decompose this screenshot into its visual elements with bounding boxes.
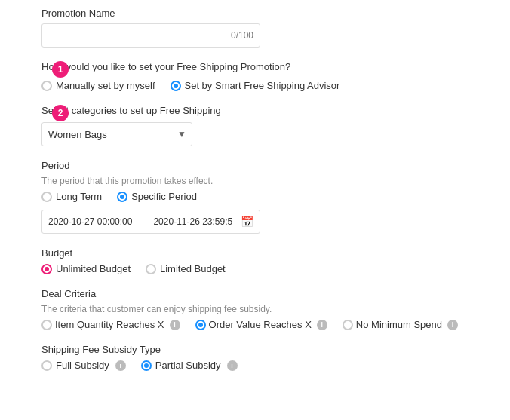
radio-partial-subsidy[interactable]: Partial Subsidy i <box>141 360 238 371</box>
radio-specific-input[interactable] <box>117 192 128 202</box>
date-start: 2020-10-27 00:00:00 <box>48 216 132 227</box>
radio-smart-input[interactable] <box>171 81 181 91</box>
radio-smart-label: Set by Smart Free Shipping Advisor <box>185 80 340 91</box>
radio-specific[interactable]: Specific Period <box>117 191 197 202</box>
step1-badge: 1 <box>52 61 69 78</box>
step2-badge: 2 <box>52 105 69 121</box>
how-label: How would you like to set your Free Ship… <box>41 61 495 72</box>
budget-label: Budget <box>41 247 495 259</box>
radio-item-qty[interactable]: Item Quantity Reaches X i <box>41 319 180 330</box>
radio-full-subsidy-input[interactable] <box>41 360 52 371</box>
radio-unlimited-input[interactable] <box>41 264 52 274</box>
radio-unlimited-label: Unlimited Budget <box>56 263 131 274</box>
date-end: 2020-11-26 23:59:5 <box>153 216 232 227</box>
radio-manual-label: Manually set by myself <box>56 80 155 91</box>
radio-limited[interactable]: Limited Budget <box>146 263 226 274</box>
radio-manual-input[interactable] <box>41 81 52 91</box>
radio-long-term[interactable]: Long Term <box>41 191 102 202</box>
radio-manual[interactable]: Manually set by myself <box>41 80 155 91</box>
radio-partial-subsidy-input[interactable] <box>141 360 152 371</box>
shipping-subsidy-group: Full Subsidy i Partial Subsidy i <box>41 360 495 371</box>
info-icon-partial-subsidy[interactable]: i <box>227 360 238 371</box>
radio-long-term-label: Long Term <box>56 191 102 202</box>
radio-unlimited[interactable]: Unlimited Budget <box>41 263 131 274</box>
radio-no-min[interactable]: No Minimum Spend i <box>343 319 458 330</box>
shipping-method-group: Manually set by myself Set by Smart Free… <box>41 80 495 91</box>
info-icon-item-qty[interactable]: i <box>170 320 180 330</box>
date-separator: — <box>138 216 147 227</box>
info-icon-no-min[interactable]: i <box>447 320 458 330</box>
date-text: 2020-10-27 00:00:00 — 2020-11-26 23:59:5 <box>48 216 235 227</box>
period-sub-label: The period that this promotion takes eff… <box>41 176 495 186</box>
categories-select[interactable]: Women Bags <box>41 122 192 146</box>
radio-item-qty-input[interactable] <box>41 320 52 330</box>
calendar-icon: 📅 <box>241 216 253 228</box>
radio-order-value[interactable]: Order Value Reaches X i <box>195 319 327 330</box>
radio-item-qty-label: Item Quantity Reaches X <box>55 319 164 330</box>
period-label: Period <box>41 160 495 171</box>
radio-no-min-label: No Minimum Spend <box>356 319 442 330</box>
categories-label: Select categories to set up Free Shippin… <box>41 105 495 116</box>
radio-order-value-input[interactable] <box>195 320 206 330</box>
budget-group: Unlimited Budget Limited Budget <box>41 263 495 274</box>
deal-criteria-label: Deal Criteria <box>41 288 495 299</box>
info-icon-order-value[interactable]: i <box>317 320 327 330</box>
radio-full-subsidy[interactable]: Full Subsidy i <box>41 360 126 371</box>
radio-smart[interactable]: Set by Smart Free Shipping Advisor <box>171 80 340 91</box>
radio-no-min-input[interactable] <box>343 320 353 330</box>
deal-criteria-group: Item Quantity Reaches X i Order Value Re… <box>41 319 495 330</box>
radio-full-subsidy-label: Full Subsidy <box>56 360 109 371</box>
deal-criteria-sub: The criteria that customer can enjoy shi… <box>41 304 495 314</box>
radio-long-term-input[interactable] <box>41 192 52 202</box>
promotion-name-label: Promotion Name <box>41 8 495 19</box>
radio-limited-label: Limited Budget <box>160 263 226 274</box>
radio-order-value-label: Order Value Reaches X <box>209 319 312 330</box>
date-range-picker[interactable]: 2020-10-27 00:00:00 — 2020-11-26 23:59:5… <box>41 210 260 234</box>
radio-limited-input[interactable] <box>146 264 156 274</box>
categories-select-wrapper: Women Bags ▼ <box>41 122 192 146</box>
info-icon-full-subsidy[interactable]: i <box>115 360 126 371</box>
period-type-group: Long Term Specific Period <box>41 191 495 202</box>
radio-partial-subsidy-label: Partial Subsidy <box>155 360 221 371</box>
radio-specific-label: Specific Period <box>131 191 197 202</box>
promotion-name-input[interactable] <box>41 23 260 48</box>
shipping-subsidy-label: Shipping Fee Subsidy Type <box>41 344 495 355</box>
